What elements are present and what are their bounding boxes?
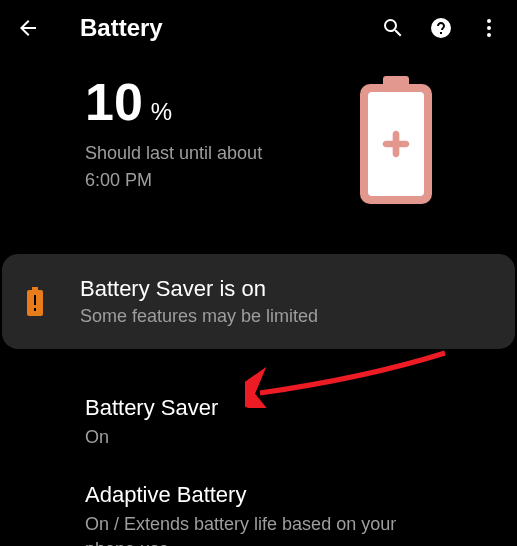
battery-percent: 10 % — [85, 76, 360, 128]
battery-status: 10 % Should last until about 6:00 PM — [0, 56, 517, 234]
svg-point-0 — [431, 18, 451, 38]
help-icon[interactable] — [429, 16, 453, 40]
more-icon[interactable] — [477, 16, 501, 40]
battery-percent-symbol: % — [151, 98, 172, 126]
battery-estimate-line2: 6:00 PM — [85, 167, 360, 194]
setting-title: Adaptive Battery — [85, 482, 432, 508]
notice-subtitle: Some features may be limited — [80, 306, 491, 327]
svg-point-1 — [487, 19, 491, 23]
battery-percent-value: 10 — [85, 76, 143, 128]
battery-warning-icon — [26, 287, 44, 317]
setting-title: Battery Saver — [85, 395, 432, 421]
battery-saver-setting[interactable]: Battery Saver On — [0, 379, 517, 466]
svg-point-3 — [487, 33, 491, 37]
notice-text: Battery Saver is on Some features may be… — [80, 276, 491, 327]
notice-title: Battery Saver is on — [80, 276, 491, 302]
svg-rect-7 — [34, 308, 36, 311]
battery-estimate-line1: Should last until about — [85, 140, 360, 167]
page-title: Battery — [80, 14, 361, 42]
svg-rect-6 — [34, 295, 36, 305]
search-icon[interactable] — [381, 16, 405, 40]
battery-estimate: Should last until about 6:00 PM — [85, 140, 360, 194]
setting-subtitle: On / Extends battery life based on your … — [85, 512, 432, 546]
header-actions — [381, 16, 501, 40]
battery-info: 10 % Should last until about 6:00 PM — [85, 76, 360, 194]
back-icon[interactable] — [16, 16, 40, 40]
svg-rect-4 — [32, 287, 38, 290]
header: Battery — [0, 0, 517, 56]
svg-point-2 — [487, 26, 491, 30]
setting-subtitle: On — [85, 425, 432, 450]
battery-saver-notice[interactable]: Battery Saver is on Some features may be… — [2, 254, 515, 349]
adaptive-battery-setting[interactable]: Adaptive Battery On / Extends battery li… — [0, 466, 517, 546]
battery-graphic-icon — [360, 76, 432, 204]
